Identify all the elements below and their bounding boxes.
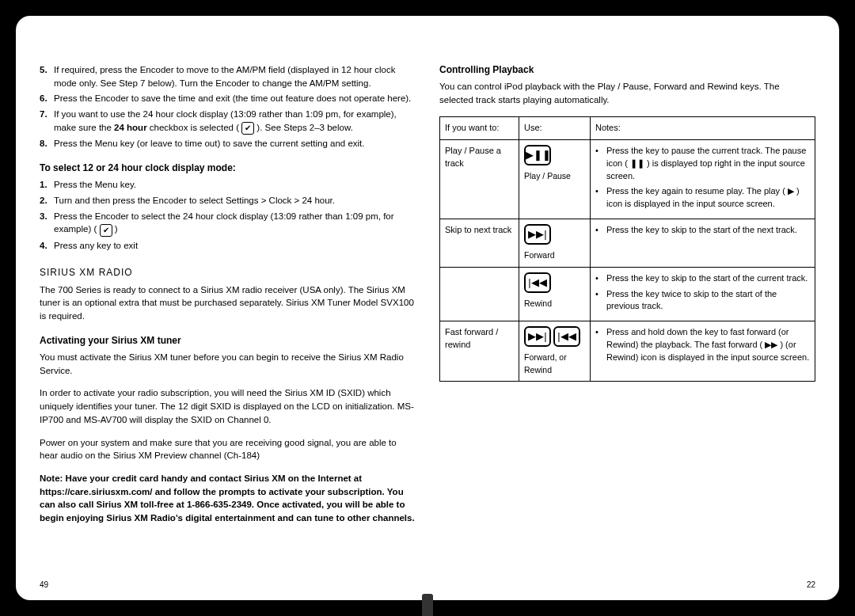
playback-intro: You can control iPod playback with the P… (439, 80, 815, 106)
step-number: 3. (40, 210, 54, 237)
table-row: Skip to next track ▶▶| Forward Press the… (440, 219, 815, 267)
key-label: Forward, or Rewind (524, 352, 585, 375)
step-3: 3. Press the Encoder to select the 24 ho… (40, 210, 416, 237)
forward-icon: ▶▶| (524, 224, 551, 245)
step-text: Press the Encoder to select the 24 hour … (54, 210, 416, 237)
key-label: Rewind (524, 298, 585, 310)
step-number: 6. (40, 92, 54, 105)
step-6: 6. Press the Encoder to save the time an… (40, 92, 416, 105)
bold-24hour: 24 hour (114, 123, 147, 132)
step-text: Press any key to exit (54, 239, 416, 253)
cell-want (440, 267, 519, 321)
key-label: Play / Pause (524, 170, 585, 182)
th-if-you-want-to: If you want to: (440, 116, 519, 139)
step-1: 1. Press the Menu key. (40, 178, 416, 192)
step-text: Press the Menu key. (54, 178, 416, 192)
sirius-body: The 700 Series is ready to connect to a … (40, 283, 416, 323)
cell-use: |◀◀ Rewind (519, 267, 591, 321)
cell-want: Skip to next track (440, 219, 519, 267)
step-5: 5. If required, press the Encoder to mov… (40, 63, 416, 89)
step-2: 2. Turn and then press the Encoder to se… (40, 194, 416, 207)
step-text: Turn and then press the Encoder to selec… (54, 194, 416, 207)
step-number: 1. (40, 178, 54, 192)
step-number: 5. (40, 63, 54, 89)
sirius-activation-note: Note: Have your credit card handy and co… (40, 472, 416, 525)
cell-want: Fast forward / rewind (440, 321, 519, 381)
step-text: If you want to use the 24 hour clock dis… (54, 108, 416, 135)
heading-sirius-xm: SIRIUS XM RADIO (40, 266, 416, 279)
step-number: 4. (40, 239, 54, 253)
heading-activating-tuner: Activating your Sirius XM tuner (40, 334, 416, 348)
key-label: Forward (524, 249, 585, 261)
table-header-row: If you want to: Use: Notes: (440, 116, 815, 139)
step-number: 8. (40, 137, 54, 150)
th-use: Use: (519, 116, 591, 139)
cell-use: ▶▶| |◀◀ Forward, or Rewind (519, 321, 591, 381)
activate-para-3: Power on your system and make sure that … (40, 436, 416, 462)
step-4: 4. Press any key to exit (40, 239, 416, 253)
note-text: Press the key to skip to the start of th… (606, 224, 797, 237)
cell-notes: Press the key to skip to the start of th… (591, 267, 815, 321)
rewind-icon: |◀◀ (524, 272, 551, 293)
play-pause-icon: ▶❚❚ (524, 145, 551, 165)
step-8: 8. Press the Menu key (or leave to time … (40, 137, 416, 150)
note-text: Press the key twice to skip to the start… (606, 288, 810, 314)
step-7: 7. If you want to use the 24 hour clock … (40, 108, 416, 135)
cell-use: ▶▶| Forward (519, 219, 591, 267)
heading-controlling-playback: Controlling Playback (439, 63, 815, 77)
table-row: Fast forward / rewind ▶▶| |◀◀ Forward, o… (440, 321, 815, 381)
cell-want: Play / Pause a track (440, 139, 519, 219)
checkmark-icon (100, 223, 112, 237)
step-number: 7. (40, 108, 54, 135)
activate-para-1: You must activate the Sirius XM tuner be… (40, 351, 416, 377)
manual-page-spread: 5. If required, press the Encoder to mov… (16, 16, 839, 600)
playback-controls-table: If you want to: Use: Notes: Play / Pause… (439, 116, 815, 382)
right-column: Controlling Playback You can control iPo… (439, 63, 815, 584)
th-notes: Notes: (591, 116, 815, 139)
text: ). See Steps 2–3 below. (254, 123, 353, 132)
cell-notes: Press the key to pause the current track… (591, 139, 815, 219)
cell-notes: Press and hold down the key to fast forw… (591, 321, 815, 381)
text: ) (112, 224, 118, 234)
forward-icon: ▶▶| (524, 326, 551, 347)
note-text: Press the key to pause the current track… (606, 145, 810, 183)
checkmark-icon (241, 121, 254, 135)
note-text: Press the key to skip to the start of th… (606, 272, 808, 285)
step-number: 2. (40, 194, 54, 207)
cell-use: ▶❚❚ Play / Pause (519, 139, 591, 219)
left-column: 5. If required, press the Encoder to mov… (40, 63, 416, 584)
note-text: Press the key again to resume play. The … (606, 185, 810, 211)
step-text: If required, press the Encoder to move t… (54, 63, 416, 89)
page-number-left: 49 (40, 580, 48, 591)
rewind-icon: |◀◀ (553, 326, 580, 347)
note-text: Press and hold down the key to fast forw… (606, 326, 810, 364)
step-text: Press the Menu key (or leave to time out… (54, 137, 416, 150)
text: checkbox is selected ( (147, 123, 242, 132)
activate-para-2: In order to activate your radio subscrip… (40, 386, 416, 426)
binding-spine (422, 594, 433, 616)
table-row: Play / Pause a track ▶❚❚ Play / Pause Pr… (440, 139, 815, 219)
table-row: |◀◀ Rewind Press the key to skip to the … (440, 267, 815, 321)
page-number-right: 22 (807, 580, 815, 591)
heading-select-clock-mode: To select 12 or 24 hour clock display mo… (40, 162, 416, 175)
cell-notes: Press the key to skip to the start of th… (591, 219, 815, 267)
step-text: Press the Encoder to save the time and e… (54, 92, 416, 105)
